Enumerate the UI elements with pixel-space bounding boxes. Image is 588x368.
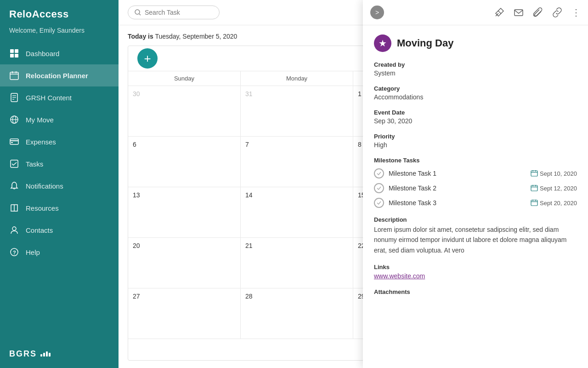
day-cell-21[interactable]: 21	[241, 238, 353, 288]
search-box[interactable]	[128, 6, 220, 19]
attachments-label: Attachments	[374, 288, 577, 295]
milestone-calendar-icon-2	[531, 184, 538, 192]
dot4	[49, 353, 51, 356]
link-icon[interactable]	[552, 7, 562, 17]
milestone-date-3: Sept 20, 2020	[531, 199, 577, 207]
detail-panel: >	[363, 0, 588, 368]
detail-category-field: Category Accommodations	[374, 85, 577, 101]
today-label: Today is	[128, 33, 153, 40]
today-date: Tuesday, September 5, 2020	[155, 33, 237, 40]
svg-rect-17	[11, 142, 13, 143]
sidebar-item-help[interactable]: ? Help	[0, 241, 119, 263]
globe-icon	[9, 115, 19, 125]
day-cell-31[interactable]: 31	[241, 86, 353, 137]
day-header-monday: Monday	[241, 71, 353, 86]
more-options-icon[interactable]: ⋮	[571, 7, 581, 18]
search-icon	[135, 9, 141, 16]
close-panel-button[interactable]: >	[370, 6, 384, 19]
detail-event-date-field: Event Date Sep 30, 2020	[374, 109, 577, 125]
svg-line-29	[498, 11, 501, 14]
detail-title: Moving Day	[397, 37, 453, 49]
category-label: Category	[374, 85, 577, 92]
main-content: Today is Tuesday, September 5, 2020 + ‹ …	[119, 0, 588, 368]
svg-text:?: ?	[13, 250, 16, 255]
dashboard-icon	[9, 48, 19, 58]
created-by-value: System	[374, 69, 577, 77]
day-cell-27[interactable]: 27	[128, 288, 241, 339]
sidebar-item-label: Relocation Planner	[26, 72, 88, 80]
welcome-message: Welcome, Emily Saunders	[0, 25, 119, 42]
sidebar-item-my-move[interactable]: My Move	[0, 109, 119, 131]
svg-rect-18	[11, 160, 18, 167]
milestone-calendar-icon-3	[531, 199, 538, 207]
day-cell-20[interactable]: 20	[128, 238, 241, 288]
svg-rect-4	[10, 72, 18, 80]
sidebar-item-label: GRSH Content	[26, 94, 72, 102]
book-icon	[9, 203, 19, 213]
svg-rect-39	[531, 200, 537, 206]
star-icon: ★	[374, 34, 391, 52]
milestone-name-1: Milestone Task 1	[389, 170, 526, 177]
svg-rect-31	[531, 171, 537, 176]
day-cell-7[interactable]: 7	[241, 137, 353, 187]
event-date-value: Sep 30, 2020	[374, 117, 577, 125]
svg-rect-30	[514, 10, 523, 16]
milestone-check-3[interactable]	[374, 198, 384, 208]
sidebar-item-label: Expenses	[26, 138, 56, 146]
svg-rect-35	[531, 185, 537, 191]
sidebar-item-notifications[interactable]: Notifications	[0, 175, 119, 197]
created-by-label: Created by	[374, 61, 577, 68]
event-date-label: Event Date	[374, 109, 577, 116]
svg-line-24	[139, 14, 141, 15]
day-cell-13[interactable]: 13	[128, 187, 241, 238]
sidebar-item-label: Help	[26, 248, 40, 256]
app-logo: ReloAccess	[0, 0, 119, 25]
pin-icon[interactable]	[494, 7, 504, 17]
paperclip-icon[interactable]	[533, 7, 543, 17]
day-cell-6[interactable]: 6	[128, 137, 241, 187]
help-icon: ?	[9, 247, 19, 257]
sidebar-item-expenses[interactable]: Expenses	[0, 131, 119, 153]
sidebar-item-contacts[interactable]: Contacts	[0, 219, 119, 241]
detail-links-field: Links www.website.com	[374, 264, 577, 280]
document-icon	[9, 92, 19, 103]
sidebar-item-label: Dashboard	[26, 50, 59, 58]
search-input[interactable]	[145, 9, 209, 16]
milestone-check-1[interactable]	[374, 168, 384, 178]
day-header-sunday: Sunday	[128, 71, 241, 86]
mail-icon[interactable]	[514, 7, 524, 17]
sidebar-item-tasks[interactable]: Tasks	[0, 153, 119, 175]
sidebar-item-label: Notifications	[26, 182, 63, 190]
milestone-check-2[interactable]	[374, 183, 384, 193]
detail-priority-field: Priority High	[374, 133, 577, 149]
detail-description-field: Description Lorem ipsum dolor sit amet, …	[374, 216, 577, 255]
sidebar-item-grsh-content[interactable]: GRSH Content	[0, 86, 119, 109]
website-link[interactable]: www.website.com	[374, 272, 425, 280]
detail-title-row: ★ Moving Day	[374, 34, 577, 52]
category-value: Accommodations	[374, 93, 577, 101]
day-cell-30[interactable]: 30	[128, 86, 241, 137]
milestone-name-2: Milestone Task 2	[389, 184, 526, 192]
sidebar-item-label: Resources	[26, 204, 59, 212]
detail-action-icons: ⋮	[494, 7, 581, 18]
milestone-item-3: Milestone Task 3 Sept 20, 2020	[374, 198, 577, 208]
milestone-tasks-label: Milestone Tasks	[374, 157, 577, 164]
svg-point-23	[135, 10, 140, 14]
sidebar: ReloAccess Welcome, Emily Saunders Dashb…	[0, 0, 119, 368]
day-cell-14[interactable]: 14	[241, 187, 353, 238]
sidebar-item-dashboard[interactable]: Dashboard	[0, 42, 119, 64]
calendar-icon	[9, 70, 19, 80]
bell-icon	[9, 181, 19, 191]
dot2	[43, 353, 45, 356]
sidebar-item-resources[interactable]: Resources	[0, 197, 119, 219]
detail-body: ★ Moving Day Created by System Category …	[363, 25, 588, 368]
sidebar-item-label: My Move	[26, 116, 54, 124]
add-event-button[interactable]: +	[137, 48, 158, 69]
detail-topbar: >	[363, 0, 588, 25]
sidebar-item-relocation-planner[interactable]: Relocation Planner	[0, 64, 119, 86]
sidebar-nav: Dashboard Relocation Planner	[0, 42, 119, 340]
tasks-icon	[9, 159, 19, 169]
priority-label: Priority	[374, 133, 577, 140]
dot3	[46, 351, 48, 356]
day-cell-28[interactable]: 28	[241, 288, 353, 339]
